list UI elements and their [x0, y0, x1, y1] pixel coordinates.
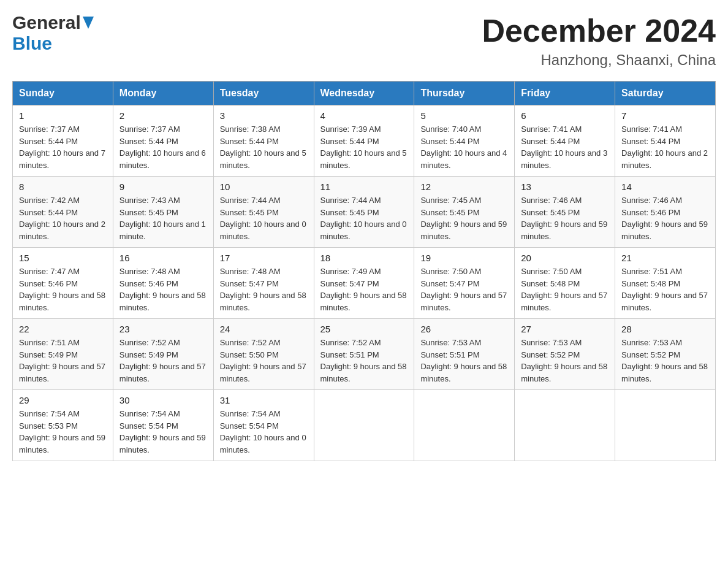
header-tuesday: Tuesday [213, 82, 314, 105]
day-info: Sunrise: 7:40 AMSunset: 5:44 PMDaylight:… [420, 123, 508, 171]
week-row-1: 1Sunrise: 7:37 AMSunset: 5:44 PMDaylight… [13, 105, 716, 177]
calendar-cell: 21Sunrise: 7:51 AMSunset: 5:48 PMDayligh… [615, 248, 716, 319]
calendar-cell: 18Sunrise: 7:49 AMSunset: 5:47 PMDayligh… [314, 248, 414, 319]
calendar-cell: 16Sunrise: 7:48 AMSunset: 5:46 PMDayligh… [113, 248, 213, 319]
calendar-cell: 9Sunrise: 7:43 AMSunset: 5:45 PMDaylight… [113, 177, 213, 248]
calendar-cell: 27Sunrise: 7:53 AMSunset: 5:52 PMDayligh… [515, 319, 615, 390]
day-number: 24 [220, 324, 308, 334]
day-number: 20 [521, 253, 609, 263]
day-number: 11 [320, 182, 408, 192]
logo-general-text: General [12, 12, 81, 33]
header-thursday: Thursday [414, 82, 515, 105]
day-info: Sunrise: 7:46 AMSunset: 5:46 PMDaylight:… [621, 194, 709, 242]
day-number: 22 [19, 324, 107, 334]
calendar-cell: 19Sunrise: 7:50 AMSunset: 5:47 PMDayligh… [414, 248, 515, 319]
calendar-cell [515, 390, 615, 461]
calendar-cell: 3Sunrise: 7:38 AMSunset: 5:44 PMDaylight… [213, 105, 314, 177]
calendar-cell [615, 390, 716, 461]
day-number: 15 [19, 253, 107, 263]
day-info: Sunrise: 7:50 AMSunset: 5:47 PMDaylight:… [420, 266, 508, 313]
day-number: 23 [119, 324, 207, 334]
calendar-cell [314, 390, 414, 461]
day-number: 2 [119, 110, 207, 121]
day-number: 30 [119, 395, 207, 405]
day-number: 16 [119, 253, 207, 263]
day-info: Sunrise: 7:45 AMSunset: 5:45 PMDaylight:… [420, 194, 508, 242]
day-info: Sunrise: 7:38 AMSunset: 5:44 PMDaylight:… [220, 123, 308, 171]
day-number: 12 [420, 182, 508, 192]
week-row-2: 8Sunrise: 7:42 AMSunset: 5:44 PMDaylight… [13, 177, 716, 248]
day-number: 14 [621, 182, 709, 192]
calendar-cell [414, 390, 515, 461]
day-number: 10 [220, 182, 308, 192]
day-info: Sunrise: 7:37 AMSunset: 5:44 PMDaylight:… [119, 123, 207, 171]
title-section: December 2024 Hanzhong, Shaanxi, China [482, 12, 716, 69]
day-info: Sunrise: 7:52 AMSunset: 5:49 PMDaylight:… [119, 337, 207, 385]
calendar-cell: 31Sunrise: 7:54 AMSunset: 5:54 PMDayligh… [213, 390, 314, 461]
calendar-cell: 4Sunrise: 7:39 AMSunset: 5:44 PMDaylight… [314, 105, 414, 177]
day-info: Sunrise: 7:53 AMSunset: 5:52 PMDaylight:… [521, 337, 609, 385]
day-info: Sunrise: 7:54 AMSunset: 5:53 PMDaylight:… [19, 408, 107, 456]
day-number: 7 [621, 110, 709, 121]
day-info: Sunrise: 7:44 AMSunset: 5:45 PMDaylight:… [320, 194, 408, 242]
calendar-subtitle: Hanzhong, Shaanxi, China [482, 52, 716, 69]
day-info: Sunrise: 7:47 AMSunset: 5:46 PMDaylight:… [19, 266, 107, 313]
day-number: 31 [220, 395, 308, 405]
logo: General Blue [12, 12, 94, 54]
week-row-3: 15Sunrise: 7:47 AMSunset: 5:46 PMDayligh… [13, 248, 716, 319]
weekday-header-row: Sunday Monday Tuesday Wednesday Thursday… [13, 82, 716, 105]
day-info: Sunrise: 7:41 AMSunset: 5:44 PMDaylight:… [521, 123, 609, 171]
calendar-cell: 26Sunrise: 7:53 AMSunset: 5:51 PMDayligh… [414, 319, 515, 390]
day-info: Sunrise: 7:44 AMSunset: 5:45 PMDaylight:… [220, 194, 308, 242]
header-saturday: Saturday [615, 82, 716, 105]
day-info: Sunrise: 7:42 AMSunset: 5:44 PMDaylight:… [19, 194, 107, 242]
day-number: 26 [420, 324, 508, 334]
calendar-title: December 2024 [482, 12, 716, 49]
calendar-cell: 29Sunrise: 7:54 AMSunset: 5:53 PMDayligh… [13, 390, 113, 461]
calendar-cell: 2Sunrise: 7:37 AMSunset: 5:44 PMDaylight… [113, 105, 213, 177]
day-number: 4 [320, 110, 408, 121]
day-info: Sunrise: 7:41 AMSunset: 5:44 PMDaylight:… [621, 123, 709, 171]
day-info: Sunrise: 7:54 AMSunset: 5:54 PMDaylight:… [119, 408, 207, 456]
day-info: Sunrise: 7:39 AMSunset: 5:44 PMDaylight:… [320, 123, 408, 171]
day-info: Sunrise: 7:48 AMSunset: 5:47 PMDaylight:… [220, 266, 308, 313]
calendar-cell: 13Sunrise: 7:46 AMSunset: 5:45 PMDayligh… [515, 177, 615, 248]
day-info: Sunrise: 7:48 AMSunset: 5:46 PMDaylight:… [119, 266, 207, 313]
calendar-cell: 7Sunrise: 7:41 AMSunset: 5:44 PMDaylight… [615, 105, 716, 177]
day-number: 8 [19, 182, 107, 192]
calendar-cell: 23Sunrise: 7:52 AMSunset: 5:49 PMDayligh… [113, 319, 213, 390]
day-info: Sunrise: 7:52 AMSunset: 5:50 PMDaylight:… [220, 337, 308, 385]
day-info: Sunrise: 7:51 AMSunset: 5:48 PMDaylight:… [621, 266, 709, 313]
page-header: General Blue December 2024 Hanzhong, Sha… [12, 12, 716, 69]
header-monday: Monday [113, 82, 213, 105]
day-info: Sunrise: 7:53 AMSunset: 5:51 PMDaylight:… [420, 337, 508, 385]
calendar-cell: 6Sunrise: 7:41 AMSunset: 5:44 PMDaylight… [515, 105, 615, 177]
day-number: 17 [220, 253, 308, 263]
day-info: Sunrise: 7:54 AMSunset: 5:54 PMDaylight:… [220, 408, 308, 456]
calendar-cell: 30Sunrise: 7:54 AMSunset: 5:54 PMDayligh… [113, 390, 213, 461]
day-info: Sunrise: 7:51 AMSunset: 5:49 PMDaylight:… [19, 337, 107, 385]
logo-blue-text: Blue [12, 33, 52, 53]
calendar-cell: 11Sunrise: 7:44 AMSunset: 5:45 PMDayligh… [314, 177, 414, 248]
calendar-cell: 1Sunrise: 7:37 AMSunset: 5:44 PMDaylight… [13, 105, 113, 177]
calendar-cell: 14Sunrise: 7:46 AMSunset: 5:46 PMDayligh… [615, 177, 716, 248]
week-row-5: 29Sunrise: 7:54 AMSunset: 5:53 PMDayligh… [13, 390, 716, 461]
day-number: 19 [420, 253, 508, 263]
day-number: 21 [621, 253, 709, 263]
day-number: 5 [420, 110, 508, 121]
header-sunday: Sunday [13, 82, 113, 105]
day-number: 1 [19, 110, 107, 121]
day-number: 25 [320, 324, 408, 334]
day-info: Sunrise: 7:53 AMSunset: 5:52 PMDaylight:… [621, 337, 709, 385]
day-number: 28 [621, 324, 709, 334]
calendar-cell: 10Sunrise: 7:44 AMSunset: 5:45 PMDayligh… [213, 177, 314, 248]
logo-arrow-icon [83, 17, 94, 31]
day-number: 3 [220, 110, 308, 121]
calendar-cell: 12Sunrise: 7:45 AMSunset: 5:45 PMDayligh… [414, 177, 515, 248]
day-number: 6 [521, 110, 609, 121]
svg-marker-0 [83, 17, 94, 29]
calendar-cell: 25Sunrise: 7:52 AMSunset: 5:51 PMDayligh… [314, 319, 414, 390]
day-info: Sunrise: 7:46 AMSunset: 5:45 PMDaylight:… [521, 194, 609, 242]
header-wednesday: Wednesday [314, 82, 414, 105]
calendar-cell: 17Sunrise: 7:48 AMSunset: 5:47 PMDayligh… [213, 248, 314, 319]
